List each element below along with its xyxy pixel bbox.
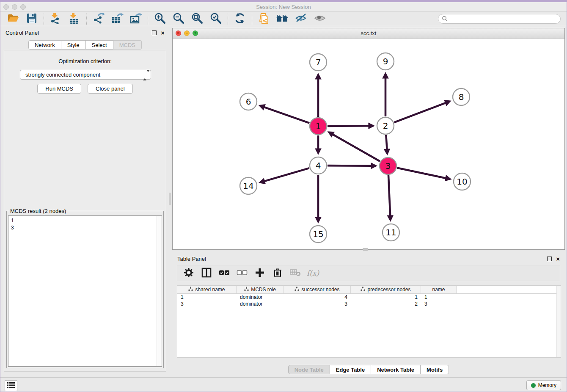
graph-edge-4-3[interactable]: [328, 166, 372, 166]
import-table-icon: [69, 12, 80, 25]
result-scrollbar[interactable]: [157, 216, 162, 366]
graph-edge-2-3[interactable]: [386, 135, 387, 149]
zoom-in-icon: [154, 12, 166, 25]
tab-style[interactable]: Style: [61, 40, 86, 50]
table-scrollbar[interactable]: [556, 286, 561, 357]
copy-network-button[interactable]: [256, 12, 272, 26]
tab-select[interactable]: Select: [86, 40, 113, 50]
mcds-result-line[interactable]: 1: [11, 217, 159, 224]
show-column-panel-button[interactable]: [199, 266, 214, 280]
graph-edge-2-8[interactable]: [394, 103, 446, 122]
optimization-criterion-label: Optimization criterion:: [4, 58, 166, 64]
mcds-result-group: MCDS result (2 nodes) 13: [6, 208, 164, 368]
graph-node-label-11: 11: [385, 227, 396, 237]
column-header-predecessor-nodes[interactable]: predecessor nodes: [351, 286, 421, 293]
export-table-button[interactable]: [110, 12, 125, 26]
table-cell[interactable]: 3: [421, 301, 457, 307]
column-header-successor-nodes[interactable]: successor nodes: [284, 286, 351, 293]
close-panel-button[interactable]: Close panel: [88, 84, 133, 94]
main-toolbar: [0, 12, 567, 26]
delete-table-button[interactable]: [288, 266, 303, 280]
graph-edge-3-1[interactable]: [333, 134, 380, 161]
horizontal-splitter-handle[interactable]: [363, 248, 368, 251]
import-table-button[interactable]: [67, 12, 82, 26]
save-session-button[interactable]: [24, 12, 39, 26]
tab-network-table[interactable]: Network Table: [371, 365, 421, 374]
graph-edge-1-6[interactable]: [264, 107, 309, 123]
zoom-in-button[interactable]: [152, 12, 168, 26]
graph-node-label-1: 1: [316, 121, 321, 131]
tab-motifs[interactable]: Motifs: [421, 365, 449, 374]
tab-node-table[interactable]: Node Table: [288, 365, 330, 374]
table-cell[interactable]: 3: [284, 301, 351, 307]
export-network-button[interactable]: [91, 12, 106, 26]
show-all-button[interactable]: [312, 12, 328, 26]
optimization-criterion-select[interactable]: strongly connected component: [20, 70, 151, 80]
import-network-button[interactable]: [48, 12, 63, 26]
table-cell[interactable]: dominator: [237, 294, 284, 301]
table-cell[interactable]: 1: [351, 294, 421, 301]
first-neighbors-button[interactable]: [275, 12, 290, 26]
float-window-icon[interactable]: [152, 30, 157, 35]
create-column-button[interactable]: [253, 266, 267, 280]
memory-button[interactable]: Memory: [526, 380, 561, 390]
open-session-button[interactable]: [6, 12, 21, 26]
table-cell[interactable]: 3: [177, 301, 237, 307]
eye-slash-icon: [295, 13, 308, 25]
close-panel-icon[interactable]: ×: [556, 257, 560, 261]
table-row[interactable]: 3dominator323: [177, 301, 561, 307]
network-canvas[interactable]: 7968124314101511: [173, 39, 564, 249]
graph-edge-3-10[interactable]: [397, 168, 446, 178]
column-header-name[interactable]: name: [421, 286, 457, 293]
tab-edge-table[interactable]: Edge Table: [330, 365, 371, 374]
table-type-tabs: Node Table Edge Table Network Table Moti…: [172, 365, 565, 374]
search-input[interactable]: [438, 14, 561, 24]
tab-network[interactable]: Network: [28, 40, 61, 50]
table-cell[interactable]: 1: [177, 294, 237, 301]
import-network-icon: [50, 12, 62, 25]
zoom-fit-button[interactable]: [190, 12, 205, 26]
table-cell[interactable]: 4: [284, 294, 351, 301]
trash-icon: [273, 268, 282, 279]
table-row[interactable]: 1dominator411: [177, 294, 561, 301]
hierarchy-icon: [295, 287, 299, 293]
graph-edge-4-14[interactable]: [264, 168, 309, 181]
show-panels-list-button[interactable]: [5, 380, 17, 391]
graph-node-label-3: 3: [385, 161, 391, 171]
app-titlebar: Session: New Session: [0, 2, 567, 12]
float-window-icon[interactable]: [547, 257, 552, 261]
graph-node-label-7: 7: [316, 57, 321, 67]
mcds-result-list[interactable]: 13: [8, 215, 162, 367]
hide-selected-button[interactable]: [294, 12, 309, 26]
table-cell[interactable]: dominator: [237, 301, 284, 307]
graph-edge-1-2[interactable]: [328, 126, 369, 126]
tab-mcds[interactable]: MCDS: [113, 40, 142, 50]
table-panel-title: Table Panel: [177, 256, 547, 262]
control-panel: Control Panel × Network Style Select MCD…: [0, 26, 170, 377]
refresh-button[interactable]: [232, 12, 248, 26]
mcds-result-line[interactable]: 3: [11, 224, 159, 232]
table-settings-button[interactable]: [182, 266, 196, 280]
table-cell[interactable]: 2: [351, 301, 421, 307]
delete-column-button[interactable]: [270, 266, 285, 280]
zoom-selected-button[interactable]: [208, 12, 223, 26]
network-view-window: × − + scc.txt 7968124314101511: [172, 28, 565, 250]
plus-icon: [255, 268, 264, 279]
unselect-all-columns-button[interactable]: [235, 266, 249, 280]
run-mcds-button[interactable]: Run MCDS: [37, 84, 81, 94]
function-builder-label[interactable]: f(x): [307, 269, 319, 277]
export-image-icon: [129, 12, 142, 25]
vertical-splitter-handle[interactable]: [169, 193, 171, 205]
network-window-titlebar: × − + scc.txt: [173, 28, 564, 39]
column-header-label: MCDS role: [251, 287, 276, 293]
export-image-button[interactable]: [128, 12, 143, 26]
gear-icon: [184, 268, 194, 279]
column-header-shared-name[interactable]: shared name: [177, 286, 237, 293]
select-all-columns-button[interactable]: [217, 266, 231, 280]
close-panel-icon[interactable]: ×: [161, 30, 165, 35]
column-header-MCDS-role[interactable]: MCDS role: [237, 286, 284, 293]
graph-edge-3-11[interactable]: [388, 175, 390, 216]
zoom-out-button[interactable]: [171, 12, 186, 26]
table-cell[interactable]: 1: [421, 294, 457, 301]
hierarchy-icon: [244, 287, 249, 293]
